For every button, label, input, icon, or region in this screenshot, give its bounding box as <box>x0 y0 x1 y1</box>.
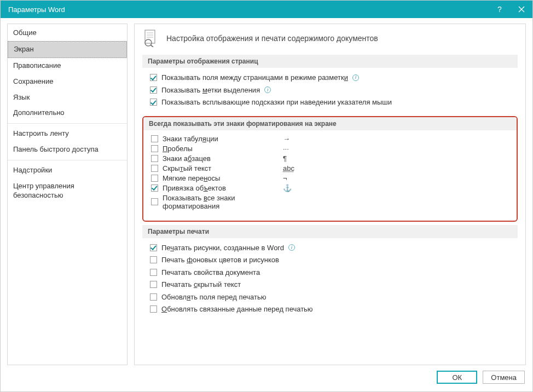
checkbox[interactable] <box>151 135 158 142</box>
content-area: Общие Экран Правописание Сохранение Язык… <box>1 18 532 365</box>
section-body-printing: Печатать рисунки, созданные в WordiПечат… <box>142 243 518 322</box>
sidebar-item-proofing[interactable]: Правописание <box>8 58 127 74</box>
option-label: Показывать все знаки форматирования <box>163 194 283 210</box>
option-row: Привязка объектов⚓ <box>151 184 511 192</box>
option-label: Скрытый текст <box>163 164 283 172</box>
page-title-row: Настройка отображения и печати содержимо… <box>142 30 518 47</box>
checkbox[interactable] <box>151 185 158 192</box>
checkbox[interactable] <box>150 293 157 301</box>
checkbox[interactable] <box>150 244 157 251</box>
sidebar-item-ribbon[interactable]: Настроить ленту <box>8 123 127 142</box>
checkbox[interactable] <box>151 198 158 205</box>
cancel-button[interactable]: Отмена <box>483 371 525 384</box>
option-label: Знаки абзацев <box>163 154 283 163</box>
checkbox[interactable] <box>150 87 157 94</box>
sidebar-item-trust[interactable]: Центр управления безопасностью <box>8 178 127 204</box>
sidebar: Общие Экран Правописание Сохранение Язык… <box>7 24 128 365</box>
checkbox[interactable] <box>150 305 157 313</box>
checkbox[interactable] <box>150 256 157 263</box>
checkbox[interactable] <box>150 74 157 81</box>
option-label: Привязка объектов <box>163 184 283 192</box>
page-preview-icon <box>142 30 159 47</box>
formatting-symbol: → <box>283 135 290 143</box>
option-row: Пробелы··· <box>151 145 511 153</box>
section-body-formatting: Знаки табуляции→Пробелы···Знаки абзацев¶… <box>143 135 517 217</box>
option-row: Обновлять поля перед печатью <box>150 292 512 303</box>
svg-line-7 <box>150 45 153 47</box>
close-icon <box>518 6 525 13</box>
option-row: Обновлять связанные данные перед печатью <box>150 304 512 315</box>
option-label: Печать фоновых цветов и рисунков <box>161 255 279 266</box>
option-row: Показывать метки выделенияi <box>150 85 512 96</box>
window-title: Параметры Word <box>8 5 65 14</box>
ok-button[interactable]: ОК <box>437 371 477 384</box>
option-label: Обновлять связанные данные перед печатью <box>161 304 313 315</box>
option-label: Показывать всплывающие подсказки при нав… <box>161 97 392 108</box>
option-label: Знаки табуляции <box>163 135 283 143</box>
checkbox[interactable] <box>151 155 158 162</box>
option-row: Печатать свойства документа <box>150 267 512 278</box>
sidebar-item-language[interactable]: Язык <box>8 90 127 106</box>
option-row: Знаки табуляции→ <box>151 135 511 143</box>
option-row: Знаки абзацев¶ <box>151 154 511 163</box>
dialog-buttons: ОК Отмена <box>1 365 532 391</box>
option-row: Показывать всплывающие подсказки при нав… <box>150 97 512 108</box>
option-row: Показывать все знаки форматирования <box>151 194 511 210</box>
formatting-symbol: abc <box>283 164 294 172</box>
section-header-formatting: Всегда показывать эти знаки форматирован… <box>143 117 517 130</box>
option-label: Показывать поля между страницами в режим… <box>161 72 348 83</box>
checkbox[interactable] <box>150 281 157 288</box>
option-label: Печатать скрытый текст <box>161 279 241 290</box>
option-label: Показывать метки выделения <box>161 85 260 96</box>
formatting-symbol: ¬ <box>283 174 287 182</box>
section-body-display: Показывать поля между страницами в режим… <box>142 72 518 115</box>
highlight-formatting-marks: Всегда показывать эти знаки форматирован… <box>142 116 518 222</box>
options-dialog: Параметры Word ? Общие Экран Правописани… <box>0 0 533 392</box>
option-label: Печатать рисунки, созданные в Word <box>161 243 284 253</box>
help-button[interactable]: ? <box>489 1 511 18</box>
checkbox[interactable] <box>151 175 158 182</box>
option-row: Печатать скрытый текст <box>150 279 512 290</box>
sidebar-item-addins[interactable]: Надстройки <box>8 160 127 178</box>
sidebar-item-general[interactable]: Общие <box>8 25 127 41</box>
info-icon[interactable]: i <box>288 244 295 251</box>
checkbox[interactable] <box>150 99 157 106</box>
info-icon[interactable]: i <box>352 74 359 81</box>
option-label: Мягкие переносы <box>163 174 283 182</box>
option-row: Показывать поля между страницами в режим… <box>150 72 512 83</box>
section-header-printing: Параметры печати <box>142 225 518 238</box>
checkbox[interactable] <box>151 145 158 152</box>
checkbox[interactable] <box>151 165 158 172</box>
sidebar-item-save[interactable]: Сохранение <box>8 74 127 90</box>
close-button[interactable] <box>511 1 532 18</box>
sidebar-item-advanced[interactable]: Дополнительно <box>8 105 127 121</box>
option-label: Печатать свойства документа <box>161 267 260 278</box>
option-row: Печать фоновых цветов и рисунков <box>150 255 512 266</box>
sidebar-item-display[interactable]: Экран <box>8 41 127 58</box>
option-row: Печатать рисунки, созданные в Wordi <box>150 243 512 253</box>
checkbox[interactable] <box>150 269 157 276</box>
option-row: Скрытый текстabc <box>151 164 511 172</box>
page-title: Настройка отображения и печати содержимо… <box>166 34 378 43</box>
formatting-symbol: ¶ <box>283 154 287 163</box>
sidebar-item-qat[interactable]: Панель быстрого доступа <box>8 142 127 158</box>
option-label: Обновлять поля перед печатью <box>161 292 266 303</box>
option-row: Мягкие переносы¬ <box>151 174 511 182</box>
section-header-display: Параметры отображения страниц <box>142 55 518 68</box>
main-panel: Настройка отображения и печати содержимо… <box>134 24 526 365</box>
formatting-symbol: ⚓ <box>283 184 292 192</box>
formatting-symbol: ··· <box>283 145 289 153</box>
info-icon[interactable]: i <box>264 87 271 93</box>
titlebar: Параметры Word ? <box>1 1 532 18</box>
svg-rect-2 <box>145 30 155 43</box>
option-label: Пробелы <box>163 145 283 153</box>
